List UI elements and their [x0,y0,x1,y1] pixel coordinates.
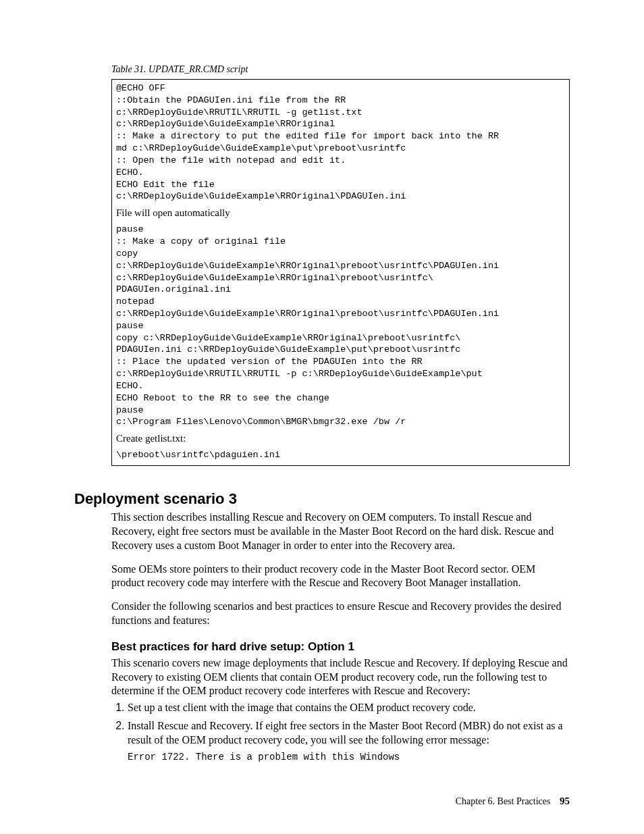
script-block-3: \preboot\usrintfc\pdaguien.ini [116,449,565,461]
paragraph-2: Some OEMs store pointers to their produc… [111,563,570,591]
script-block-1: @ECHO OFF ::Obtain the PDAGUIen.ini file… [116,82,565,203]
step-2-text: Install Rescue and Recovery. If eight fr… [128,720,563,746]
footer-page-number: 95 [560,796,570,806]
section-heading: Deployment scenario 3 [74,490,570,508]
footer-chapter: Chapter 6. Best Practices [456,796,551,806]
table-caption: Table 31. UPDATE_RR.CMD script [111,64,570,75]
paragraph-3: Consider the following scenarios and bes… [111,600,570,628]
step-1: Set up a test client with the image that… [128,701,570,715]
sub-intro: This scenario covers new image deploymen… [111,656,570,698]
create-getlist-note: Create getlist.txt: [116,432,565,445]
paragraph-1: This section describes installing Rescue… [111,511,570,552]
code-box: @ECHO OFF ::Obtain the PDAGUIen.ini file… [111,79,570,466]
page-footer: Chapter 6. Best Practices 95 [456,796,570,807]
error-code: Error 1722. There is a problem with this… [128,751,570,763]
step-2: Install Rescue and Recovery. If eight fr… [128,719,570,764]
file-open-note: File will open automatically [116,207,565,219]
steps-list: Set up a test client with the image that… [111,701,570,764]
step-1-text: Set up a test client with the image that… [128,702,476,713]
sub-heading: Best practices for hard drive setup: Opt… [111,640,570,654]
script-block-2: pause :: Make a copy of original file co… [116,224,565,428]
